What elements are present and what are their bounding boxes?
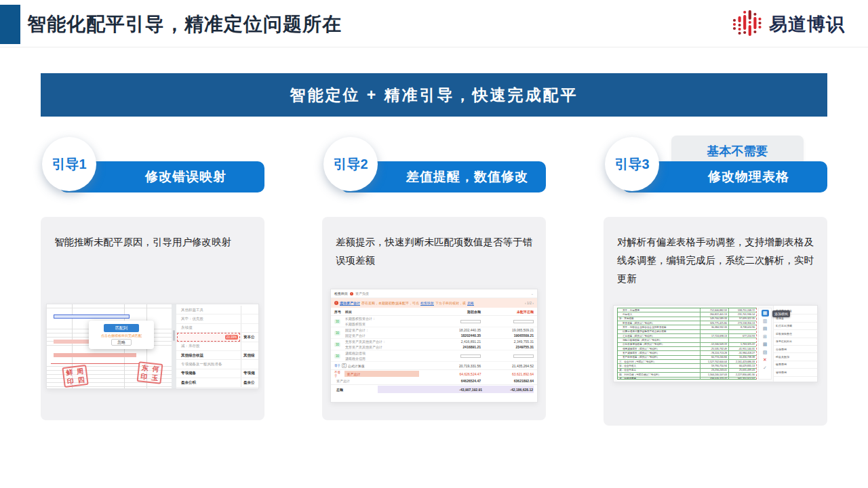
total-label: 资产总计 bbox=[344, 371, 418, 377]
seal-character: 印 bbox=[66, 378, 74, 385]
row-value: 677,224.93 bbox=[729, 334, 756, 338]
subject-label: 销售费用 bbox=[774, 361, 817, 369]
confirm-icon[interactable]: ✓ bbox=[762, 365, 769, 371]
total-label: 资产总计 bbox=[334, 379, 409, 383]
value-text: 18,202,440.35 bbox=[459, 328, 481, 332]
guide-2-description: 差额提示，快速判断未匹配项数值是否等于错误项差额 bbox=[322, 217, 546, 270]
subject-line: 无形资产及其他资产合计 bbox=[345, 345, 418, 349]
value-bold: 2349755.31 bbox=[516, 345, 534, 349]
row-label: 资产处置收益（损失以"-"号填列） bbox=[618, 356, 701, 359]
row-value bbox=[701, 330, 729, 333]
row-label: 三、营业利润（亏损以"-"号填列） bbox=[618, 360, 701, 363]
mapping-label: 减：库存股 bbox=[176, 344, 241, 348]
check-mapping-link[interactable]: 检查映射 bbox=[420, 301, 434, 305]
alert-text: 下方子科目核对，或 bbox=[435, 301, 466, 305]
split-row-icon[interactable]: ▤ bbox=[762, 325, 769, 332]
table-row: 30无形资产及其他资产合计：无形资产及其他资产合计2,416,891.21241… bbox=[331, 339, 537, 350]
row-label: 以摊余成本计量的金融资产终止确认收益 bbox=[618, 330, 701, 333]
template-subject-partial: 盈余公 bbox=[241, 378, 258, 386]
value-bold: 18202440.35 bbox=[461, 333, 481, 338]
table-header: 序号 科目 期初余额 未配平差额 bbox=[331, 308, 537, 316]
col-no: 序号 bbox=[334, 310, 345, 314]
row-label: 四、利润总额（亏损总额以"-"号填列） bbox=[618, 373, 701, 376]
mapping-row[interactable]: 其他权益工具 bbox=[176, 306, 258, 314]
row-value: 66,029,835.13 bbox=[729, 364, 756, 367]
mapping-row[interactable]: 减：库存股 bbox=[176, 342, 258, 351]
subject-label: 分保费用 bbox=[774, 346, 817, 353]
value-cell bbox=[481, 320, 534, 323]
sum-value-2: 21,435,264.52 bbox=[481, 364, 534, 368]
subject-label: 保单红利支出 bbox=[774, 338, 817, 346]
mapping-label: 永续债 bbox=[176, 325, 241, 330]
row-tag: 30 bbox=[334, 342, 345, 347]
difference-row: 差额 -43,907,192.91 -42,186,628.12 bbox=[331, 385, 537, 394]
delete-table-icon[interactable]: ✕ bbox=[762, 357, 769, 363]
total-row: 资产总计 64626524.47 63621892.64 bbox=[331, 378, 537, 385]
template-subject-partial: 专项储 bbox=[241, 369, 258, 378]
slide: 智能化配平引导，精准定位问题所在 易道博识 智能定位 + 精准引导，快速完成配平 bbox=[0, 0, 868, 488]
add-line-icon[interactable]: ▦ bbox=[762, 310, 769, 317]
value-cell: 2,349,755.312349755.31 bbox=[481, 340, 534, 349]
red-seal-stamp: 鲜周印四 bbox=[62, 365, 88, 388]
split-column-icon[interactable]: ▥ bbox=[762, 318, 769, 325]
sigma-icon: Σ bbox=[342, 363, 347, 368]
scrollbar-handle[interactable] bbox=[173, 330, 175, 341]
ignore-button[interactable]: 忽略 bbox=[111, 339, 132, 346]
title-accent-bar bbox=[0, 5, 20, 44]
insert-column-icon[interactable]: ▩ bbox=[762, 341, 769, 348]
mapping-label: 其中：优先股 bbox=[176, 317, 241, 321]
row-value: 17,724,698.13 bbox=[701, 334, 729, 338]
subject-label: 税金及附加 bbox=[774, 353, 817, 361]
row-value: -41,951,140.31 bbox=[729, 347, 756, 350]
mapping-label: 专项储备及一般风险准备 bbox=[176, 362, 241, 367]
guide-1-description: 智能推断未配平原因，引导用户修改映射 bbox=[41, 217, 264, 251]
mapping-row[interactable]: 资本公积23.39%资本公 bbox=[176, 333, 258, 342]
row-tag: 30 bbox=[334, 319, 345, 324]
diff-alert-bar: ! 流动资产合计 存在差额，本期期初数据未配平，可点 检查映射 下方子科目核对，… bbox=[331, 298, 537, 308]
subject-label: 管理费用 bbox=[774, 369, 817, 376]
row-tag: 30 bbox=[334, 354, 345, 359]
seal-character: 周 bbox=[77, 367, 84, 375]
value-input[interactable] bbox=[460, 320, 481, 323]
value-input[interactable] bbox=[513, 354, 534, 358]
check-toolbar: 检查科目 ! 资产负债 ⌄ bbox=[331, 289, 537, 298]
alert-subject-link[interactable]: 流动资产合计 bbox=[340, 301, 360, 305]
sheet-select[interactable]: 资产负债 bbox=[355, 291, 369, 296]
ignore-link[interactable]: 忽略 bbox=[467, 301, 474, 305]
mapping-row[interactable]: 其他综合收益其他综 bbox=[176, 351, 258, 360]
subject-cell: 固定资产合计：固定资产合计 bbox=[345, 328, 418, 338]
row-value: 598,751,248.72 bbox=[729, 308, 756, 312]
subject-label: 赔付支出净额 bbox=[774, 323, 817, 330]
row-label: 减：营业外支出 bbox=[618, 369, 701, 372]
merge-cells-icon[interactable]: ⊞ bbox=[762, 333, 769, 340]
value-input[interactable] bbox=[513, 320, 534, 323]
pagination[interactable]: ‹ 1/2 › bbox=[525, 301, 534, 305]
mapping-row[interactable]: 专项储备及一般风险准备 bbox=[176, 360, 258, 369]
mapping-row[interactable]: 盈余公积盈余公 bbox=[176, 378, 258, 387]
row-value: 1,527,702,600.04 bbox=[701, 360, 729, 363]
row-value: 25,631,439.43 bbox=[729, 369, 756, 372]
row-label: 加：营业外收入 bbox=[618, 364, 701, 367]
mapping-row[interactable]: 永续债 bbox=[176, 324, 258, 333]
error-row-underline bbox=[51, 361, 139, 364]
value-cell: 19,065,509.2119065509.21 bbox=[481, 328, 534, 338]
seal-character: 何 bbox=[152, 365, 159, 373]
table-row: 30递延税款借项递延税金信用 bbox=[331, 350, 537, 362]
match-button[interactable]: 匹配到 bbox=[104, 324, 139, 332]
income-statement-table: 其中：利息费用712,606,882.59598,751,248.72利息收入2… bbox=[617, 308, 757, 380]
template-subject-partial bbox=[241, 324, 258, 332]
sum-value-1: 20,719,331.56 bbox=[418, 364, 481, 368]
subject-cell: 无形资产及其他资产合计：无形资产及其他资产合计 bbox=[345, 340, 418, 349]
insert-row-icon[interactable]: ▨ bbox=[762, 349, 769, 356]
red-seal-stamp: 东何印玉 bbox=[137, 361, 163, 384]
logo-soundwave-icon bbox=[731, 7, 762, 41]
check-table-body: 30长期股权投资合计：长期股权投资30固定资产合计：固定资产合计18,202,4… bbox=[331, 316, 537, 362]
row-label: 利息收入 bbox=[618, 312, 701, 316]
guide-3-badge: 引导3 bbox=[605, 137, 659, 191]
header: 智能化配平引导，精准定位问题所在 易道博识 bbox=[0, 0, 868, 47]
diff-label: 差额 bbox=[334, 388, 378, 392]
mapping-row[interactable]: 其中：优先股 bbox=[176, 314, 258, 323]
mapping-row[interactable]: 专项储备专项储 bbox=[176, 369, 258, 378]
value-input[interactable] bbox=[460, 354, 481, 358]
chevron-down-icon[interactable]: ⌄ bbox=[531, 291, 534, 296]
